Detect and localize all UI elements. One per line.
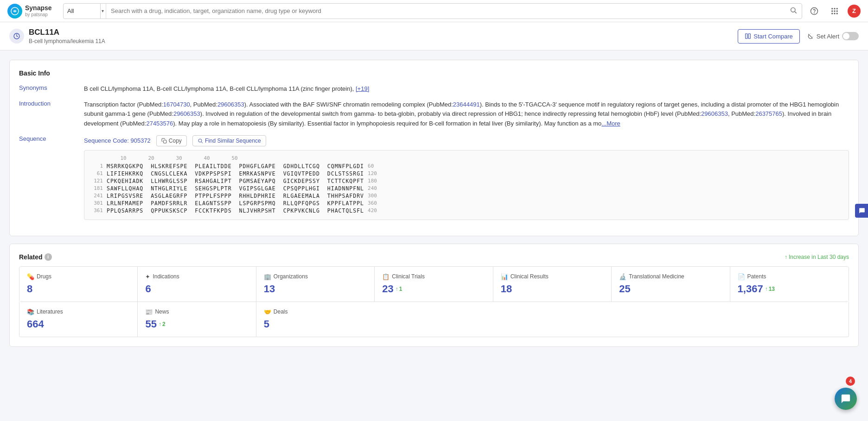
main-content: Basic Info Synonyms B cell CLL/lymphoma … (0, 50, 868, 364)
seq-line-6: 301 LRLNFMAMEP PAMDFSRRLR ELAGNTSSPP LSP… (89, 200, 844, 207)
literatures-count: 664 (27, 318, 130, 330)
basic-info-title: Basic Info (19, 69, 849, 77)
basic-info-card: Basic Info Synonyms B cell CLL/lymphoma … (9, 60, 859, 236)
deals-count: 5 (264, 318, 367, 330)
synonyms-row: Synonyms B cell CLL/lymphoma 11A, B-cell… (19, 84, 849, 94)
sequence-ruler: 10 20 30 40 50 (89, 155, 844, 161)
related-item-drugs[interactable]: 💊 Drugs 8 (19, 267, 138, 302)
translational-label: Translational Medicine (629, 273, 684, 280)
pubmed-link-2[interactable]: 29606353 (217, 101, 244, 108)
pubmed-link-3[interactable]: 23644491 (453, 101, 480, 108)
related-item-clinical-results[interactable]: 📊 Clinical Results 18 (493, 267, 612, 302)
related-item-news[interactable]: 📰 News 55 ↑ 2 (138, 302, 256, 337)
user-avatar[interactable]: Z (848, 5, 861, 18)
logo[interactable]: Synapse by patsnap (7, 4, 58, 19)
seq-line-2: 61 LIFIEHKRKQ CNGSLCLEKA VDKPPSPSPI EMRK… (89, 170, 844, 177)
literatures-label: Literatures (37, 308, 63, 315)
seq-line-1: 1 MSRRKQGKPQ HLSKREFSPE PLEAILTDDE PDHGF… (89, 163, 844, 170)
start-compare-button[interactable]: Start Compare (738, 29, 800, 44)
clinical-results-icon: 📊 (501, 273, 508, 280)
news-count: 55 ↑ 2 (145, 318, 248, 330)
brand-name: Synapse (25, 5, 52, 12)
sequence-code-link[interactable]: Sequence Code: 905372 (84, 137, 151, 144)
help-button[interactable] (807, 4, 822, 19)
increase-label: ↑ Increase in Last 30 days (785, 254, 849, 260)
sequence-box: 10 20 30 40 50 1 MSRRKQGKPQ HLSKREFSPE P… (84, 150, 849, 220)
svg-rect-9 (834, 10, 836, 12)
clinical-results-count: 18 (501, 283, 604, 295)
drugs-label: Drugs (37, 273, 51, 280)
related-item-clinical-trials[interactable]: 📋 Clinical Trials 23 ↑ 1 (375, 267, 493, 302)
sequence-label: Sequence (19, 135, 75, 220)
related-header: Related i ↑ Increase in Last 30 days (19, 253, 849, 261)
sequence-row: Sequence Sequence Code: 905372 Copy Find… (19, 135, 849, 220)
search-filter-select[interactable]: All Drugs Targets Indications (64, 4, 101, 19)
indications-label: Indications (153, 273, 179, 280)
news-up: ↑ 2 (159, 321, 166, 327)
literatures-icon: 📚 (27, 308, 34, 315)
related-item-patents[interactable]: 📄 Patents 1,367 ↑ 13 (730, 267, 849, 302)
related-item-indications[interactable]: ✦ Indications 6 (138, 267, 256, 302)
alert-toggle[interactable] (842, 32, 859, 40)
seq-line-3: 121 CPKQEHIADK LLHWRGLSSP RSAHGALIPT PGM… (89, 178, 844, 184)
svg-rect-15 (746, 34, 747, 39)
translational-count: 25 (619, 283, 722, 295)
related-item-translational[interactable]: 🔬 Translational Medicine 25 (612, 267, 730, 302)
synonyms-more-link[interactable]: [+19] (356, 85, 369, 92)
synonyms-label: Synonyms (19, 84, 75, 94)
indications-icon: ✦ (145, 273, 150, 280)
related-grid-row1: 💊 Drugs 8 ✦ Indications 6 🏢 (19, 266, 849, 302)
clinical-trials-up: ↑ 1 (396, 286, 402, 292)
related-item-deals[interactable]: 🤝 Deals 5 (256, 302, 375, 337)
seq-line-5: 241 LRIPGSVSRE ASGLAEGRFP PTPPLFSPPP RHH… (89, 193, 844, 199)
deals-icon: 🤝 (264, 308, 271, 315)
indications-count: 6 (145, 283, 248, 295)
clinical-results-label: Clinical Results (511, 273, 549, 280)
translational-icon: 🔬 (619, 273, 626, 280)
patents-icon: 📄 (738, 273, 745, 280)
pubmed-link-4[interactable]: 29606353 (173, 110, 200, 117)
chevron-down-icon: ▾ (102, 8, 104, 13)
intro-more-link[interactable]: ...More (601, 120, 620, 127)
deals-label: Deals (274, 308, 288, 315)
related-info-icon[interactable]: i (45, 253, 52, 261)
nav-icon-group: Z (807, 4, 861, 19)
clinical-trials-count: 23 ↑ 1 (382, 283, 485, 295)
find-similar-button[interactable]: Find Similar Sequence (192, 135, 266, 146)
start-compare-label: Start Compare (753, 33, 793, 40)
entity-icon (9, 29, 24, 44)
svg-point-1 (791, 7, 795, 12)
introduction-value: Transcription factor (PubMed:16704730, P… (84, 100, 849, 129)
patents-label: Patents (747, 273, 766, 280)
organizations-count: 13 (264, 283, 367, 295)
search-bar: All Drugs Targets Indications ▾ (63, 3, 802, 19)
organizations-label: Organizations (274, 273, 308, 280)
side-chat-button[interactable] (855, 204, 868, 218)
pubmed-link-1[interactable]: 16704730 (163, 101, 190, 108)
search-button[interactable] (785, 6, 802, 16)
top-navigation: Synapse by patsnap All Drugs Targets Ind… (0, 0, 868, 22)
svg-rect-11 (831, 13, 833, 14)
related-card: Related i ↑ Increase in Last 30 days 💊 D… (9, 244, 859, 347)
pubmed-link-6[interactable]: 26375765 (755, 110, 782, 117)
find-similar-label: Find Similar Sequence (205, 138, 261, 144)
drugs-count: 8 (27, 283, 130, 295)
drugs-icon: 💊 (27, 273, 34, 280)
news-label: News (155, 308, 169, 315)
organizations-icon: 🏢 (264, 273, 271, 280)
news-icon: 📰 (145, 308, 153, 315)
patents-count: 1,367 ↑ 13 (738, 283, 841, 295)
pubmed-link-5[interactable]: 29606353 (701, 110, 728, 117)
svg-rect-10 (836, 10, 838, 12)
pubmed-link-7[interactable]: 27453576 (146, 120, 173, 127)
svg-rect-16 (748, 34, 750, 39)
copy-button[interactable]: Copy (156, 135, 187, 146)
related-item-organizations[interactable]: 🏢 Organizations 13 (256, 267, 375, 302)
svg-rect-17 (163, 140, 166, 143)
search-input[interactable] (106, 7, 785, 14)
entity-header: BCL11A B-cell lymphoma/leukemia 11A Star… (0, 22, 868, 50)
related-item-literatures[interactable]: 📚 Literatures 664 (19, 302, 138, 337)
svg-rect-13 (836, 13, 838, 14)
clinical-trials-icon: 📋 (382, 273, 389, 280)
apps-button[interactable] (827, 4, 842, 19)
